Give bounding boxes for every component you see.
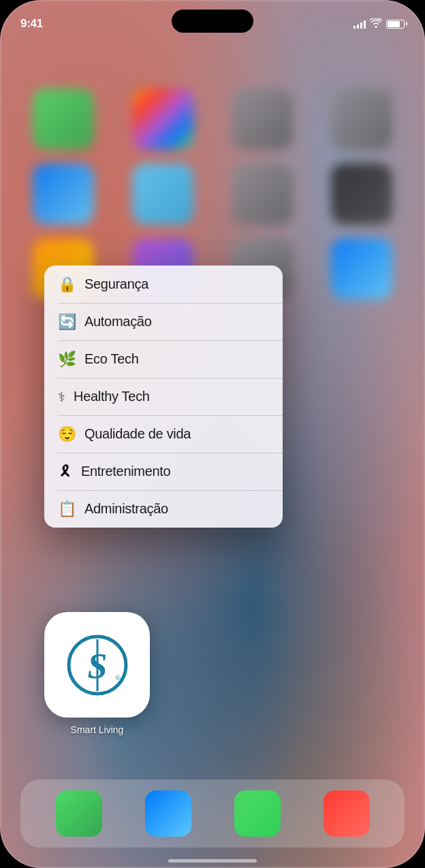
menu-item-qualidade-de-vida[interactable]: 😌 Qualidade de vida xyxy=(44,415,283,453)
menu-item-seguranca[interactable]: 🔒 Segurança xyxy=(44,266,283,303)
signal-bar-2 xyxy=(357,25,359,29)
status-time: 9:41 xyxy=(20,17,43,31)
entretenimento-label: Entretenimento xyxy=(81,464,170,479)
signal-bar-4 xyxy=(364,20,366,29)
bg-app-icon-6 xyxy=(132,163,193,225)
home-indicator xyxy=(168,859,257,863)
bg-app-icon-5 xyxy=(33,163,94,225)
bg-app-icon-2 xyxy=(132,89,193,150)
menu-item-eco-tech[interactable]: 🌿 Eco Tech xyxy=(44,340,283,378)
menu-item-administracao[interactable]: 📋 Administração xyxy=(44,490,283,528)
automacao-emoji: 🔄 xyxy=(58,315,76,329)
bg-app-icon-12 xyxy=(331,238,392,300)
context-menu: 🔒 Segurança 🔄 Automação 🌿 Eco Tech ⚕ Hea… xyxy=(44,266,283,528)
administracao-label: Administração xyxy=(84,501,168,517)
signal-bars-icon xyxy=(353,19,366,29)
qualidade-de-vida-emoji: 😌 xyxy=(58,427,76,442)
battery-fill xyxy=(388,21,400,27)
eco-tech-label: Eco Tech xyxy=(84,351,139,367)
bg-app-icon-3 xyxy=(232,89,293,150)
phone-frame: 9:41 🔒 Segura xyxy=(0,0,425,868)
healthy-tech-emoji: ⚕ xyxy=(58,390,65,404)
signal-bar-3 xyxy=(360,22,362,29)
dock-icon-1[interactable] xyxy=(56,790,102,837)
smart-living-label: Smart Living xyxy=(71,724,124,735)
dock-icon-2[interactable] xyxy=(145,790,191,837)
qualidade-de-vida-label: Qualidade de vida xyxy=(84,426,191,442)
entretenimento-emoji: 🎗 xyxy=(58,464,73,479)
menu-item-automacao[interactable]: 🔄 Automação xyxy=(44,303,283,340)
eco-tech-emoji: 🌿 xyxy=(58,352,76,367)
dock xyxy=(20,779,405,848)
smart-living-logo-svg: S ® xyxy=(57,624,138,706)
bg-app-icon-4 xyxy=(331,89,392,150)
signal-bar-1 xyxy=(353,26,356,29)
administracao-emoji: 📋 xyxy=(58,502,76,517)
svg-text:®: ® xyxy=(115,673,121,681)
menu-item-entretenimento[interactable]: 🎗 Entretenimento xyxy=(44,453,283,490)
wifi-icon xyxy=(370,18,382,30)
dock-icon-4[interactable] xyxy=(324,790,370,837)
app-launcher[interactable]: S ® Smart Living xyxy=(44,612,150,735)
healthy-tech-label: Healthy Tech xyxy=(74,389,150,404)
dock-icon-3[interactable] xyxy=(234,790,281,837)
bg-app-icon-1 xyxy=(33,89,94,150)
seguranca-label: Segurança xyxy=(84,276,148,292)
smart-living-icon[interactable]: S ® xyxy=(44,612,150,718)
automacao-label: Automação xyxy=(84,314,151,329)
dynamic-island xyxy=(172,10,253,33)
bg-app-icon-8 xyxy=(331,163,392,225)
menu-item-healthy-tech[interactable]: ⚕ Healthy Tech xyxy=(44,378,283,415)
battery-icon xyxy=(386,20,405,29)
seguranca-emoji: 🔒 xyxy=(58,277,76,292)
bg-app-icon-7 xyxy=(232,163,293,225)
status-icons xyxy=(353,18,405,30)
